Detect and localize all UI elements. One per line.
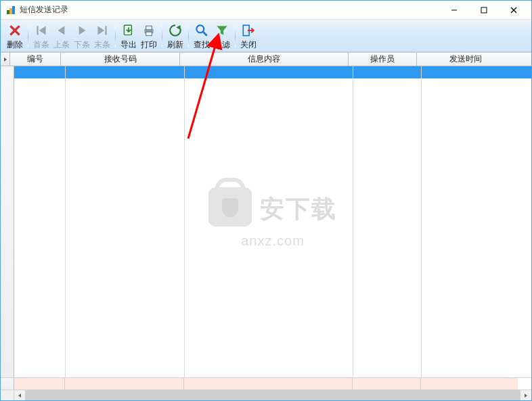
refresh-icon xyxy=(168,23,183,38)
svg-marker-22 xyxy=(217,26,227,34)
row-indicator-header[interactable] xyxy=(1,53,10,66)
find-label: 查找 xyxy=(194,39,210,51)
export-label: 导出 xyxy=(120,39,137,51)
svg-rect-17 xyxy=(146,26,152,30)
grid-footer xyxy=(1,377,531,390)
export-icon xyxy=(121,23,136,38)
horizontal-scrollbar[interactable] xyxy=(1,390,531,400)
maximize-button[interactable] xyxy=(469,1,499,20)
col-divider xyxy=(353,66,353,377)
col-header-id[interactable]: 编号 xyxy=(10,53,61,66)
exit-icon xyxy=(241,23,256,38)
next-icon xyxy=(74,23,89,38)
svg-rect-9 xyxy=(37,26,38,34)
svg-line-21 xyxy=(203,32,207,36)
col-header-sendtime[interactable]: 发送时间 xyxy=(417,53,514,66)
first-icon xyxy=(34,23,49,38)
selected-row[interactable] xyxy=(14,66,531,78)
scrollbar-track[interactable] xyxy=(14,390,531,400)
svg-rect-18 xyxy=(146,32,152,36)
window-title: 短信发送记录 xyxy=(20,4,439,16)
svg-marker-10 xyxy=(39,26,46,34)
last-icon xyxy=(95,23,110,38)
svg-rect-14 xyxy=(105,26,106,34)
svg-point-20 xyxy=(196,25,204,32)
delete-label: 删除 xyxy=(7,39,23,51)
prev-label: 上条 xyxy=(53,39,70,51)
row-header-column xyxy=(1,66,14,377)
titlebar: 短信发送记录 xyxy=(1,1,531,20)
col-divider xyxy=(421,66,422,377)
svg-marker-24 xyxy=(4,57,7,62)
svg-rect-1 xyxy=(9,8,12,14)
col-divider xyxy=(65,66,66,377)
svg-marker-12 xyxy=(79,26,86,34)
svg-marker-25 xyxy=(18,394,21,398)
svg-rect-2 xyxy=(12,6,15,14)
col-header-operator[interactable]: 操作员 xyxy=(349,53,417,66)
separator xyxy=(115,26,116,47)
scroll-right-button[interactable] xyxy=(520,390,531,401)
col-divider xyxy=(184,66,185,377)
footer-cell xyxy=(184,378,353,390)
search-icon xyxy=(194,23,209,38)
app-window: 短信发送记录 删除 首条 上条 下条 末条 xyxy=(0,0,532,401)
close-button[interactable] xyxy=(499,1,529,20)
find-button[interactable]: 查找 xyxy=(192,22,212,51)
separator xyxy=(188,26,189,47)
grid-data-area[interactable]: 安下载 anxz.com xyxy=(14,66,531,377)
scrollbar-thumb[interactable] xyxy=(25,390,520,401)
grid-body[interactable]: 安下载 anxz.com xyxy=(1,66,531,377)
separator xyxy=(235,26,236,47)
footer-cell xyxy=(14,378,65,390)
toolbar: 删除 首条 上条 下条 末条 导出 打印 刷新 xyxy=(1,20,531,52)
refresh-label: 刷新 xyxy=(167,39,183,51)
separator xyxy=(28,26,28,47)
export-button[interactable]: 导出 xyxy=(118,22,139,51)
delete-icon xyxy=(7,23,22,38)
svg-marker-11 xyxy=(58,26,65,34)
footer-cell xyxy=(65,378,184,390)
footer-cell xyxy=(353,378,421,390)
first-button[interactable]: 首条 xyxy=(31,22,51,51)
app-icon xyxy=(6,5,16,15)
close-action-button[interactable]: 关闭 xyxy=(238,22,259,51)
prev-icon xyxy=(54,23,69,38)
svg-marker-13 xyxy=(97,26,104,34)
grid-header: 编号 接收号码 信息内容 操作员 发送时间 xyxy=(1,53,531,66)
filter-icon xyxy=(215,23,229,38)
close-action-label: 关闭 xyxy=(240,39,257,51)
last-button[interactable]: 末条 xyxy=(92,22,112,51)
print-icon xyxy=(141,23,156,38)
data-grid[interactable]: 编号 接收号码 信息内容 操作员 发送时间 安下载 anxz.com xyxy=(1,52,531,400)
svg-rect-0 xyxy=(7,10,9,14)
col-header-content[interactable]: 信息内容 xyxy=(180,53,349,66)
watermark-domain: anxz.com xyxy=(208,233,337,249)
col-header-recipient[interactable]: 接收号码 xyxy=(61,53,180,66)
minimize-button[interactable] xyxy=(439,1,469,20)
window-controls xyxy=(439,1,529,20)
delete-button[interactable]: 删除 xyxy=(5,22,25,51)
first-label: 首条 xyxy=(33,39,49,51)
svg-marker-19 xyxy=(176,25,181,30)
svg-marker-26 xyxy=(525,394,527,398)
filter-label: 过滤 xyxy=(214,39,230,51)
prev-button[interactable]: 上条 xyxy=(51,22,72,51)
last-label: 末条 xyxy=(94,39,110,51)
watermark-bag-icon xyxy=(208,187,252,227)
scroll-left-button[interactable] xyxy=(14,390,25,401)
refresh-button[interactable]: 刷新 xyxy=(165,22,185,51)
footer-cell xyxy=(421,378,518,390)
print-button[interactable]: 打印 xyxy=(139,22,159,51)
filter-button[interactable]: 过滤 xyxy=(212,22,232,51)
next-label: 下条 xyxy=(74,39,90,51)
separator xyxy=(162,26,162,47)
watermark: 安下载 anxz.com xyxy=(208,187,337,249)
print-label: 打印 xyxy=(141,39,157,51)
scrollbar-corner xyxy=(1,390,14,400)
next-button[interactable]: 下条 xyxy=(72,22,92,51)
footer-row-header xyxy=(1,378,14,390)
svg-rect-4 xyxy=(481,7,487,13)
watermark-text: 安下载 xyxy=(260,193,337,226)
